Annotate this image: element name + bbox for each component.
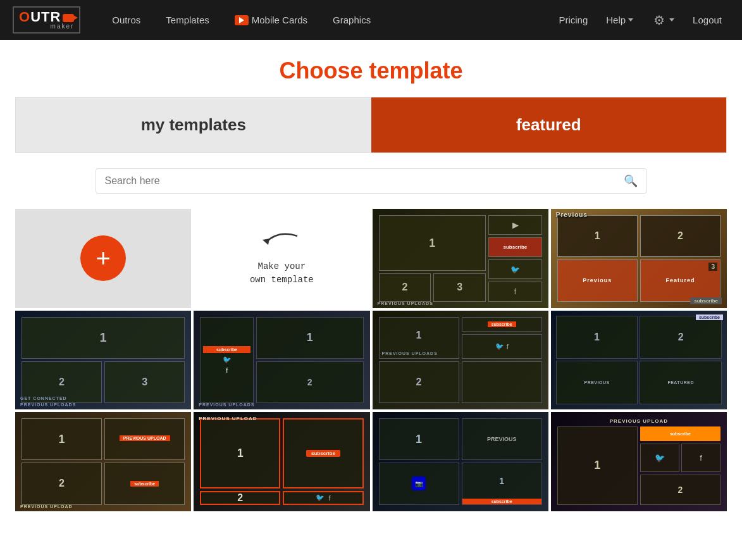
template-tile[interactable]: PREVIOUS UPLOAD 1 subscribe 🐦 f 2 — [551, 412, 727, 511]
search-container: 🔍 — [80, 168, 662, 194]
create-template-tile[interactable]: + — [15, 209, 191, 308]
search-icon[interactable]: 🔍 — [624, 174, 638, 188]
template-tile[interactable]: 1 2 PREVIOUS FEATURED subscribe — [551, 311, 727, 410]
settings-chevron-icon — [669, 18, 674, 22]
nav-mobile-cards[interactable]: Mobile Cards — [222, 0, 320, 40]
template-tile[interactable]: 1 PREVIOUS UPLOADS subscribe 🐦 f 2 — [373, 311, 548, 410]
template-tile[interactable]: 1 subscribe 2 🐦 f PREVIOUS UPLOAD — [194, 412, 369, 511]
template-grid: + Make yourown template 1 ▶ subscribe 🐦 … — [0, 209, 742, 511]
template-tile[interactable]: subscribe 🐦 f 1 2 PREVIOUS UPLOADS — [194, 311, 369, 410]
nav-templates[interactable]: Templates — [153, 0, 221, 40]
main-content: Choose template my templates featured 🔍 … — [0, 40, 742, 537]
nav-graphics[interactable]: Graphics — [320, 0, 383, 40]
page-title: Choose template — [0, 40, 742, 97]
navigation: OUTR maker Outros Templates Mobile Cards… — [0, 0, 742, 40]
gear-icon: ⚙ — [652, 13, 667, 28]
logo[interactable]: OUTR maker — [13, 6, 80, 34]
nav-logout[interactable]: Logout — [685, 0, 729, 40]
add-icon: + — [80, 235, 126, 281]
help-chevron-icon — [628, 18, 633, 22]
nav-settings[interactable]: ⚙ — [644, 0, 682, 40]
template-tile[interactable]: 1 PREVIOUS 📷 1 subscribe — [373, 412, 548, 511]
make-own-template-tile[interactable]: Make yourown template — [194, 209, 369, 308]
tab-featured[interactable]: featured — [371, 97, 727, 152]
template-tile[interactable]: 1 2 3 GET CONNECTED PREVIOUS UPLOADS — [15, 311, 191, 410]
nav-outros[interactable]: Outros — [99, 0, 153, 40]
template-tile[interactable]: 1 ▶ subscribe 🐦 f 2 3 PREVIOUS UPLOADS — [373, 209, 548, 308]
tab-my-templates[interactable]: my templates — [16, 97, 371, 152]
template-tile[interactable]: 1 PREVIOUS UPLOAD 2 subscribe PREVIOUS U… — [15, 412, 191, 511]
youtube-icon — [235, 15, 249, 25]
nav-pricing[interactable]: Pricing — [551, 0, 595, 40]
search-bar: 🔍 — [96, 168, 647, 194]
make-own-label: Make yourown template — [250, 260, 314, 287]
template-tile[interactable]: 1 2 Previous Featured 3 Previous subscri… — [551, 209, 727, 308]
nav-right: Pricing Help ⚙ Logout — [551, 0, 729, 40]
arrow-icon — [259, 230, 304, 255]
nav-help[interactable]: Help — [598, 0, 641, 40]
svg-marker-0 — [263, 239, 269, 245]
search-input[interactable] — [105, 175, 624, 187]
nav-links: Outros Templates Mobile Cards Graphics — [99, 0, 551, 40]
template-tabs: my templates featured — [15, 97, 727, 153]
